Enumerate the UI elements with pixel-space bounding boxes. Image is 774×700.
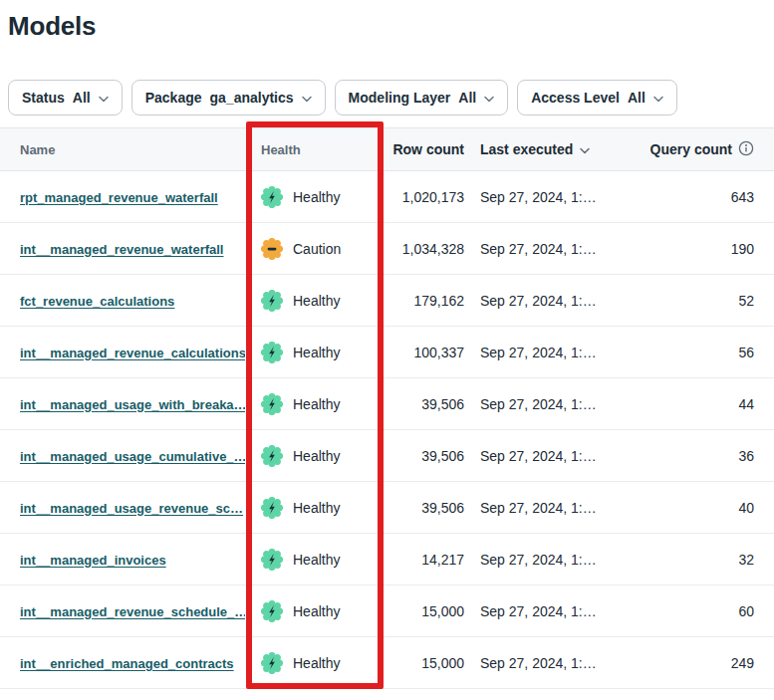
health-cell: Caution <box>245 238 379 260</box>
last-executed-cell: Sep 27, 2024, 1:… <box>464 448 618 464</box>
table-row: int__managed_revenue_waterfall Caution <box>0 223 774 275</box>
filter-access-level[interactable]: Access Level All <box>517 80 677 116</box>
query-count-cell: 44 <box>618 396 774 412</box>
last-executed-cell: Sep 27, 2024, 1:… <box>464 500 618 516</box>
chevron-down-icon <box>484 90 494 106</box>
last-executed-cell: Sep 27, 2024, 1:… <box>464 603 618 619</box>
table-body: rpt_managed_revenue_waterfall Healthy <box>0 171 774 689</box>
health-label: Healthy <box>293 293 340 309</box>
query-count-cell: 36 <box>618 448 774 464</box>
table-row: int__managed_usage_revenue_sc… Healthy <box>0 482 774 534</box>
model-name-link[interactable]: int__managed_revenue_calculations <box>20 346 245 360</box>
row-count-cell: 1,020,173 <box>379 189 464 205</box>
health-label: Healthy <box>293 396 340 412</box>
health-label: Healthy <box>293 603 340 619</box>
page-title: Models <box>8 10 774 42</box>
models-page: Models Status All Package ga_analytics M… <box>0 10 774 689</box>
filter-status-value: All <box>73 90 91 106</box>
sort-chevron-icon[interactable] <box>580 141 590 157</box>
column-header-query-count[interactable]: Query count <box>618 140 774 159</box>
filter-modeling-layer-value: All <box>458 90 476 106</box>
row-count-cell: 1,034,328 <box>379 241 464 257</box>
table-row: int__managed_revenue_calculations Health… <box>0 327 774 378</box>
chevron-down-icon <box>99 90 109 106</box>
query-count-cell: 249 <box>618 655 774 671</box>
model-name-link[interactable]: int__managed_revenue_schedule_… <box>20 604 245 619</box>
health-healthy-icon <box>261 342 283 363</box>
filter-package-value: ga_analytics <box>210 90 294 106</box>
query-count-label: Query count <box>650 141 732 157</box>
table-row: int__managed_revenue_schedule_… Healthy <box>0 585 774 637</box>
filter-status-label: Status <box>22 90 65 106</box>
model-name-cell: int__managed_revenue_waterfall <box>0 240 245 258</box>
filter-package[interactable]: Package ga_analytics <box>131 80 326 116</box>
health-cell: Healthy <box>245 290 379 312</box>
filter-bar: Status All Package ga_analytics Modeling… <box>8 80 774 116</box>
row-count-cell: 39,506 <box>379 396 464 412</box>
chevron-down-icon <box>302 90 312 106</box>
last-executed-cell: Sep 27, 2024, 1:… <box>464 345 618 360</box>
health-cell: Healthy <box>245 393 379 415</box>
query-count-cell: 60 <box>618 603 774 619</box>
health-healthy-icon <box>261 600 283 622</box>
model-name-cell: int__enriched_managed_contracts <box>0 654 245 672</box>
health-cell: Healthy <box>245 549 379 571</box>
row-count-cell: 100,337 <box>379 345 464 360</box>
query-count-cell: 40 <box>618 500 774 516</box>
query-count-cell: 190 <box>618 241 774 257</box>
filter-access-level-value: All <box>628 90 645 106</box>
health-label: Healthy <box>293 345 340 360</box>
health-label: Healthy <box>293 189 340 205</box>
row-count-cell: 14,217 <box>379 552 464 568</box>
filter-status[interactable]: Status All <box>8 80 123 116</box>
column-header-last-executed[interactable]: Last executed <box>464 141 618 157</box>
model-name-link[interactable]: int__managed_invoices <box>20 553 166 568</box>
model-name-cell: int__managed_invoices <box>0 551 245 569</box>
model-name-link[interactable]: int__managed_usage_revenue_sc… <box>20 501 243 516</box>
model-name-link[interactable]: int__managed_usage_cumulative_… <box>20 449 245 464</box>
health-label: Healthy <box>293 552 340 568</box>
query-count-cell: 56 <box>618 345 774 360</box>
filter-modeling-layer[interactable]: Modeling Layer All <box>335 80 509 116</box>
table-row: int__managed_usage_with_breaka… Healthy <box>0 378 774 430</box>
model-name-cell: int__managed_revenue_schedule_… <box>0 602 245 620</box>
column-header-row-count[interactable]: Row count <box>379 141 464 157</box>
last-executed-cell: Sep 27, 2024, 1:… <box>464 655 618 671</box>
health-cell: Healthy <box>245 186 379 208</box>
health-cell: Healthy <box>245 497 379 519</box>
models-table: Name Health Row count Last executed Quer… <box>0 127 774 689</box>
row-count-cell: 39,506 <box>379 500 464 516</box>
row-count-cell: 15,000 <box>379 655 464 671</box>
table-row: int__managed_invoices Healthy 14,2 <box>0 534 774 585</box>
column-header-name[interactable]: Name <box>0 142 245 157</box>
row-count-cell: 39,506 <box>379 448 464 464</box>
health-healthy-icon <box>261 445 283 467</box>
table-row: int__enriched_managed_contracts Healthy <box>0 637 774 689</box>
table-row: int__managed_usage_cumulative_… Healthy <box>0 430 774 482</box>
info-icon[interactable] <box>738 140 754 159</box>
model-name-link[interactable]: int__managed_usage_with_breaka… <box>20 397 245 412</box>
query-count-cell: 52 <box>618 293 774 309</box>
health-label: Caution <box>293 241 341 257</box>
model-name-link[interactable]: int__enriched_managed_contracts <box>20 656 234 671</box>
health-cell: Healthy <box>245 445 379 467</box>
health-healthy-icon <box>261 549 283 571</box>
table-row: rpt_managed_revenue_waterfall Healthy <box>0 171 774 223</box>
health-healthy-icon <box>261 186 283 208</box>
column-header-health[interactable]: Health <box>245 142 379 157</box>
model-name-link[interactable]: rpt_managed_revenue_waterfall <box>20 190 218 205</box>
model-name-link[interactable]: int__managed_revenue_waterfall <box>20 242 223 257</box>
model-name-link[interactable]: fct_revenue_calculations <box>20 294 174 309</box>
health-healthy-icon <box>261 290 283 312</box>
table-row: fct_revenue_calculations Healthy 1 <box>0 275 774 327</box>
health-healthy-icon <box>261 393 283 415</box>
health-cell: Healthy <box>245 652 379 674</box>
last-executed-cell: Sep 27, 2024, 1:… <box>464 241 618 257</box>
row-count-cell: 15,000 <box>379 603 464 619</box>
model-name-cell: int__managed_revenue_calculations <box>0 344 245 361</box>
filter-modeling-layer-label: Modeling Layer <box>349 90 451 106</box>
table-header-row: Name Health Row count Last executed Quer… <box>0 127 774 171</box>
health-cell: Healthy <box>245 342 379 363</box>
health-caution-icon <box>261 238 283 260</box>
model-name-cell: int__managed_usage_revenue_sc… <box>0 499 245 517</box>
